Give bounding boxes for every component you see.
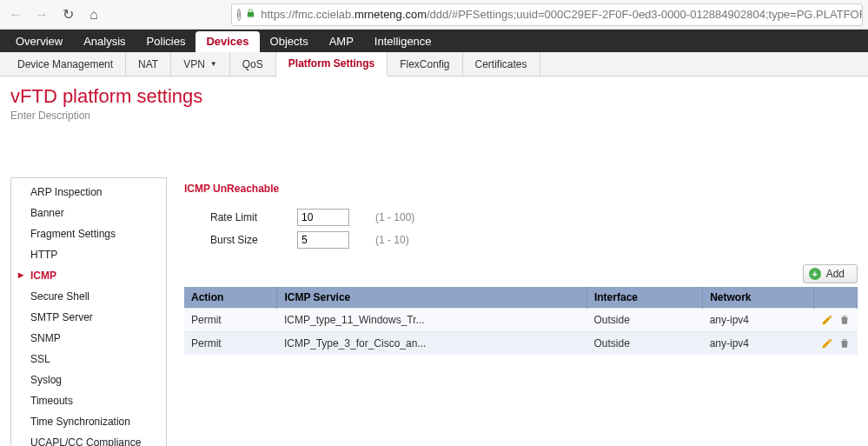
burst-size-hint: (1 - 10): [375, 234, 409, 246]
cell-network: any-ipv4: [703, 309, 814, 332]
add-button[interactable]: + Add: [803, 264, 858, 283]
col-actions: [814, 287, 858, 309]
cell-network: any-ipv4: [703, 332, 814, 356]
top-nav: Overview Analysis Policies Devices Objec…: [0, 30, 868, 52]
subnav-platform-settings[interactable]: Platform Settings: [276, 52, 388, 77]
subnav-certificates[interactable]: Certificates: [463, 52, 540, 76]
address-bar[interactable]: i https://fmc.ccielab.mrneteng.com/ddd/#…: [231, 3, 863, 26]
settings-sidebar: ARP Inspection Banner Fragment Settings …: [10, 177, 167, 446]
subnav-flexconfig[interactable]: FlexConfig: [388, 52, 462, 76]
sidebar-item-time-sync[interactable]: Time Synchronization: [11, 411, 166, 432]
sidebar-item-icmp[interactable]: ICMP: [11, 265, 166, 286]
sidebar-item-syslog[interactable]: Syslog: [11, 369, 166, 390]
burst-size-label: Burst Size: [210, 234, 297, 246]
sidebar-item-fragment-settings[interactable]: Fragment Settings: [11, 223, 166, 244]
burst-size-row: Burst Size (1 - 10): [184, 231, 858, 249]
forward-icon[interactable]: →: [31, 4, 52, 25]
nav-policies[interactable]: Policies: [136, 31, 196, 52]
cell-interface: Outside: [586, 332, 702, 356]
col-icmp-service[interactable]: ICMP Service: [277, 287, 586, 309]
nav-devices[interactable]: Devices: [195, 31, 259, 52]
table-row[interactable]: Permit ICMP_Type_3_for_Cisco_an... Outsi…: [184, 332, 858, 356]
edit-icon[interactable]: [821, 337, 833, 349]
sidebar-item-banner[interactable]: Banner: [11, 203, 166, 223]
subnav-vpn-label: VPN: [183, 58, 205, 70]
delete-icon[interactable]: [838, 337, 851, 349]
sidebar-item-arp-inspection[interactable]: ARP Inspection: [11, 182, 166, 203]
section-title: ICMP UnReachable: [184, 177, 858, 203]
page-description: Enter Description: [10, 110, 858, 122]
nav-analysis[interactable]: Analysis: [73, 31, 136, 52]
page-title: vFTD platform settings: [10, 85, 858, 108]
cell-action: Permit: [184, 332, 277, 356]
cell-interface: Outside: [586, 309, 702, 332]
subnav-vpn[interactable]: VPN ▼: [171, 52, 230, 76]
cell-service: ICMP_Type_3_for_Cisco_an...: [277, 332, 586, 356]
subnav-device-management[interactable]: Device Management: [5, 52, 126, 76]
nav-amp[interactable]: AMP: [319, 31, 364, 52]
col-network[interactable]: Network: [703, 287, 814, 309]
cell-action: Permit: [184, 309, 277, 332]
burst-size-input[interactable]: [297, 231, 349, 249]
nav-overview[interactable]: Overview: [5, 31, 73, 52]
subnav-nat[interactable]: NAT: [126, 52, 171, 76]
nav-objects[interactable]: Objects: [260, 31, 319, 52]
sub-nav: Device Management NAT VPN ▼ QoS Platform…: [0, 52, 868, 77]
browser-toolbar: ← → ↻ ⌂ i https://fmc.ccielab.mrneteng.c…: [0, 0, 868, 30]
content-panel: ICMP UnReachable Rate Limit (1 - 100) Bu…: [184, 177, 858, 446]
add-button-label: Add: [826, 268, 845, 280]
home-icon[interactable]: ⌂: [83, 4, 104, 25]
sidebar-item-ssl[interactable]: SSL: [11, 349, 166, 369]
add-plus-icon: +: [809, 268, 821, 280]
back-icon[interactable]: ←: [5, 4, 26, 25]
sidebar-item-ucapl-cc[interactable]: UCAPL/CC Compliance: [11, 432, 166, 446]
cell-service: ICMP_type_11_Windows_Tr...: [277, 309, 586, 332]
chevron-down-icon: ▼: [210, 60, 217, 68]
sidebar-item-snmp[interactable]: SNMP: [11, 328, 166, 349]
page-header: vFTD platform settings Enter Description: [0, 77, 868, 125]
delete-icon[interactable]: [838, 314, 851, 326]
lock-icon: [246, 7, 255, 22]
sidebar-item-http[interactable]: HTTP: [11, 244, 166, 265]
rate-limit-label: Rate Limit: [210, 211, 297, 223]
subnav-qos[interactable]: QoS: [230, 52, 276, 76]
table-row[interactable]: Permit ICMP_type_11_Windows_Tr... Outsid…: [184, 309, 858, 332]
reload-icon[interactable]: ↻: [57, 4, 78, 25]
rate-limit-input[interactable]: [297, 209, 349, 226]
edit-icon[interactable]: [821, 314, 833, 326]
rate-limit-row: Rate Limit (1 - 100): [184, 209, 858, 226]
site-info-icon[interactable]: i: [237, 9, 241, 21]
sidebar-item-smtp-server[interactable]: SMTP Server: [11, 307, 166, 328]
sidebar-item-timeouts[interactable]: Timeouts: [11, 390, 166, 411]
icmp-table: Action ICMP Service Interface Network Pe…: [184, 287, 858, 355]
col-action[interactable]: Action: [184, 287, 277, 309]
rate-limit-hint: (1 - 100): [375, 211, 414, 223]
sidebar-item-secure-shell[interactable]: Secure Shell: [11, 286, 166, 307]
url-text: https://fmc.ccielab.mrneteng.com/ddd/#PF…: [261, 8, 863, 21]
col-interface[interactable]: Interface: [586, 287, 702, 309]
nav-intelligence[interactable]: Intelligence: [364, 31, 442, 52]
